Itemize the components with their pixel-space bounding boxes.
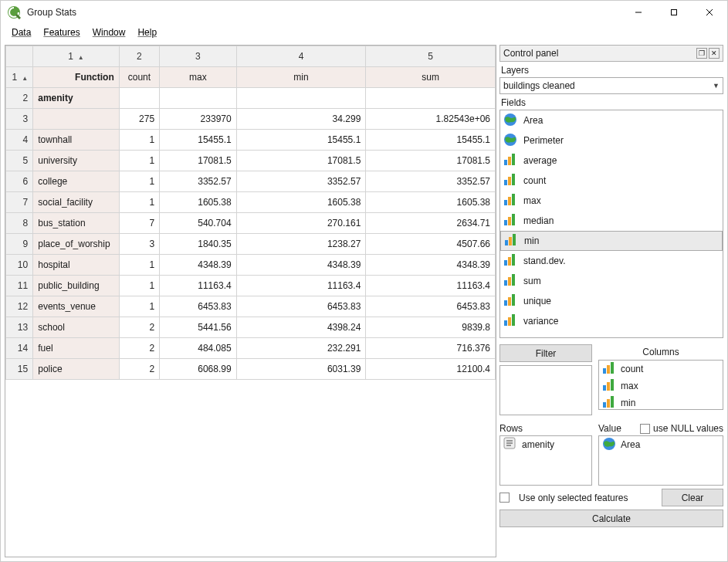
cell[interactable]: 275 xyxy=(119,109,159,130)
close-button[interactable] xyxy=(692,1,727,24)
cell[interactable]: 1605.38 xyxy=(236,192,366,213)
cell[interactable]: 9839.8 xyxy=(366,317,496,338)
cell[interactable]: 4507.66 xyxy=(366,234,496,255)
menu-features[interactable]: Features xyxy=(37,25,86,39)
fields-list-item[interactable]: average xyxy=(500,151,723,171)
cell[interactable]: 15455.1 xyxy=(160,130,237,151)
value-box[interactable]: Area xyxy=(598,435,723,486)
func-count[interactable]: count xyxy=(119,67,159,88)
cell[interactable]: 1 xyxy=(119,296,159,317)
cell[interactable]: 233970 xyxy=(160,109,237,130)
row-label[interactable]: hospital xyxy=(33,255,120,276)
cell[interactable]: 1 xyxy=(119,151,159,171)
row-label[interactable]: bus_station xyxy=(33,213,120,234)
row-header[interactable]: 4 xyxy=(6,130,33,151)
panel-close-button[interactable]: ✕ xyxy=(709,48,720,59)
row-label[interactable]: townhall xyxy=(33,130,120,151)
fields-list[interactable]: AreaPerimeteraveragecountmaxmedianminsta… xyxy=(499,110,723,338)
fields-list-item[interactable]: stand.dev. xyxy=(500,251,723,271)
cell[interactable]: 3352.57 xyxy=(160,171,237,192)
fields-list-item[interactable]: min xyxy=(500,231,723,251)
cell[interactable]: 15455.1 xyxy=(236,130,366,151)
layers-select[interactable]: buildings cleaned ▼ xyxy=(499,77,723,94)
maximize-button[interactable] xyxy=(656,1,692,24)
cell[interactable]: 1 xyxy=(119,255,159,276)
cell[interactable]: 270.161 xyxy=(236,213,366,234)
row-label[interactable]: school xyxy=(33,317,120,338)
cell[interactable]: 5441.56 xyxy=(160,317,237,338)
cell[interactable]: 11163.4 xyxy=(236,276,366,296)
func-sum[interactable]: sum xyxy=(366,67,496,88)
cell[interactable]: 34.299 xyxy=(236,109,366,130)
row-header[interactable]: 11 xyxy=(6,276,33,296)
cell[interactable]: 3352.57 xyxy=(366,171,496,192)
cell[interactable]: 12100.4 xyxy=(366,359,496,380)
cell[interactable]: 484.085 xyxy=(160,338,237,359)
cell[interactable]: 2 xyxy=(119,338,159,359)
cell[interactable]: 232.291 xyxy=(236,338,366,359)
cell[interactable]: 3 xyxy=(119,234,159,255)
cell[interactable]: 11163.4 xyxy=(160,276,237,296)
cell[interactable]: 6453.83 xyxy=(236,296,366,317)
filter-button[interactable]: Filter xyxy=(499,344,592,362)
corner-cell[interactable] xyxy=(6,46,33,67)
row-label[interactable]: fuel xyxy=(33,338,120,359)
function-label[interactable]: Function xyxy=(33,67,120,88)
columns-item[interactable]: max xyxy=(599,377,723,394)
cell[interactable]: 15455.1 xyxy=(366,130,496,151)
cell[interactable]: 17081.5 xyxy=(160,151,237,171)
cell[interactable]: 4398.24 xyxy=(236,317,366,338)
row-header[interactable]: 12 xyxy=(6,296,33,317)
rows-item[interactable]: amenity xyxy=(500,436,591,453)
row-label[interactable]: police xyxy=(33,359,120,380)
clear-button[interactable]: Clear xyxy=(662,489,723,506)
fields-list-item[interactable]: count xyxy=(500,171,723,191)
menu-help[interactable]: Help xyxy=(131,25,163,39)
minimize-button[interactable] xyxy=(621,1,656,24)
cell[interactable]: 17081.5 xyxy=(236,151,366,171)
row-label[interactable]: college xyxy=(33,171,120,192)
panel-restore-button[interactable]: ❐ xyxy=(696,48,707,59)
row-header[interactable]: 10 xyxy=(6,255,33,276)
cell[interactable]: 1605.38 xyxy=(366,192,496,213)
row-label[interactable]: place_of_worship xyxy=(33,234,120,255)
columns-box[interactable]: countmaxmin xyxy=(598,360,723,410)
func-min[interactable]: min xyxy=(236,67,366,88)
filter-box[interactable] xyxy=(499,365,592,415)
row-header[interactable]: 15 xyxy=(6,359,33,380)
cell[interactable]: 1 xyxy=(119,171,159,192)
cell[interactable]: 1 xyxy=(119,276,159,296)
cell[interactable]: 540.704 xyxy=(160,213,237,234)
cell[interactable]: 11163.4 xyxy=(366,276,496,296)
cell[interactable]: 1 xyxy=(119,130,159,151)
cell[interactable]: 1 xyxy=(119,192,159,213)
menu-window[interactable]: Window xyxy=(86,25,132,39)
cell[interactable]: 1.82543e+06 xyxy=(366,109,496,130)
row-header-1[interactable]: 1▲ xyxy=(6,67,33,88)
row-label[interactable] xyxy=(33,109,120,130)
fields-list-item[interactable]: median xyxy=(500,211,723,231)
cell[interactable]: 1840.35 xyxy=(160,234,237,255)
menu-data[interactable]: Data xyxy=(5,25,37,39)
cell[interactable]: 4348.39 xyxy=(366,255,496,276)
rows-box[interactable]: amenity xyxy=(499,435,592,486)
func-max[interactable]: max xyxy=(160,67,237,88)
fields-list-item[interactable]: Area xyxy=(500,110,723,130)
row-header[interactable]: 14 xyxy=(6,338,33,359)
columns-item[interactable]: count xyxy=(599,361,723,377)
cell[interactable]: 4348.39 xyxy=(160,255,237,276)
col-header-3[interactable]: 3 xyxy=(160,46,237,67)
row-header[interactable]: 5 xyxy=(6,151,33,171)
fields-list-item[interactable]: sum xyxy=(500,271,723,291)
col-header-2[interactable]: 2 xyxy=(119,46,159,67)
col-header-4[interactable]: 4 xyxy=(236,46,366,67)
cell[interactable]: 6453.83 xyxy=(160,296,237,317)
value-item[interactable]: Area xyxy=(599,436,723,453)
fields-list-item[interactable]: variance xyxy=(500,311,723,331)
fields-list-item[interactable]: max xyxy=(500,191,723,211)
row-header[interactable]: 3 xyxy=(6,109,33,130)
row-label[interactable]: social_facility xyxy=(33,192,120,213)
cell[interactable]: 7 xyxy=(119,213,159,234)
row-label[interactable]: public_building xyxy=(33,276,120,296)
cell[interactable]: 17081.5 xyxy=(366,151,496,171)
